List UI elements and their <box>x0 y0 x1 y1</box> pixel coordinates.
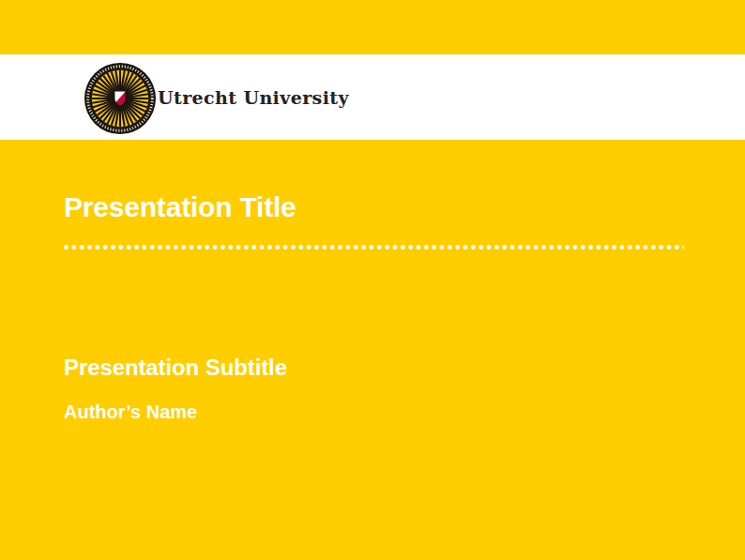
presentation-title: Presentation Title <box>64 190 296 224</box>
presentation-subtitle: Presentation Subtitle <box>64 354 287 382</box>
header-band: Utrecht University <box>0 54 745 140</box>
title-slide: Utrecht University Presentation Title Pr… <box>0 0 745 560</box>
author-name: Author’s Name <box>64 400 197 424</box>
dotted-divider <box>64 245 684 250</box>
university-wordmark: Utrecht University <box>158 54 349 140</box>
utrecht-university-seal-icon <box>84 62 157 135</box>
